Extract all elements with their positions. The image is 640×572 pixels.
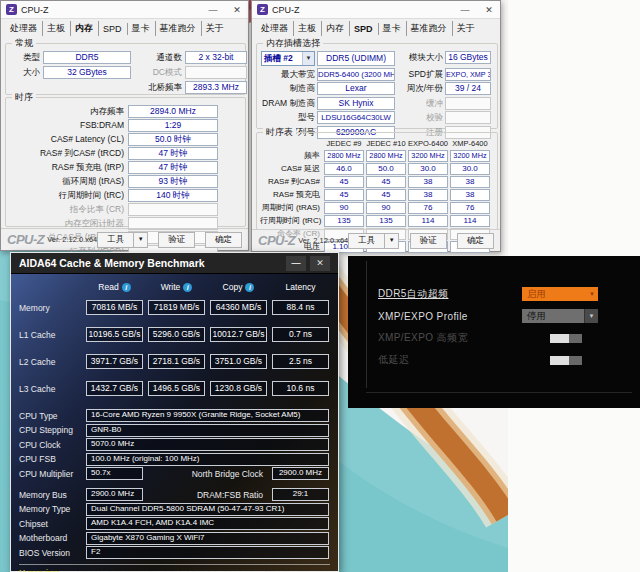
- version-text: Ver. 2.12.0.x64: [298, 236, 348, 245]
- bench-row-l1: L1 Cache 10196.5 GB/s 5296.0 GB/s 10012.…: [19, 327, 330, 342]
- validate-button[interactable]: 验证: [410, 233, 447, 249]
- info-icon[interactable]: i: [183, 283, 192, 292]
- title-bar[interactable]: Z CPU-Z — ✕: [252, 1, 500, 19]
- tab-about[interactable]: 关于: [202, 21, 229, 36]
- bench-cell: 1230.8 GB/s: [210, 381, 267, 396]
- dc-mode-value: [185, 66, 247, 79]
- tab-spd[interactable]: SPD: [99, 23, 128, 35]
- footer-bar: CPU-Z Ver. 2.12.0.x64 工具 ▼ 验证 确定: [1, 228, 248, 250]
- close-icon[interactable]: ✕: [310, 256, 330, 271]
- timing-label: 行周期时间 (tRC): [8, 189, 124, 202]
- table-cell: 2800 MHz: [324, 150, 364, 162]
- slot-row-label: 校验: [397, 111, 443, 124]
- high-bandwidth-row: XMP/EXPO 高频宽: [378, 331, 640, 345]
- timing-table-group: 时序表 JEDEC #9 JEDEC #10 EXPO-6400 XMP-640…: [256, 132, 498, 230]
- ok-button[interactable]: 确定: [205, 232, 242, 248]
- xmp-expo-profile-value: 停用: [522, 310, 546, 323]
- timing-label: 指令比率 (CR): [8, 203, 124, 216]
- table-row-label: RAS# 到CAS#: [260, 176, 322, 188]
- bios-memory-settings-panel: DDR5自动超频 启用 ▼ XMP/EXPO Profile 停用 ▼ XMP/…: [348, 256, 640, 408]
- tools-dropdown-icon[interactable]: ▼: [134, 232, 148, 248]
- tools-button[interactable]: 工具: [97, 232, 134, 248]
- tab-cpu[interactable]: 处理器: [257, 21, 294, 36]
- table-cell: 135: [366, 215, 406, 227]
- close-icon[interactable]: ✕: [483, 5, 495, 15]
- group-caption: 内存插槽选择: [263, 37, 323, 50]
- info-value: F2: [86, 546, 329, 559]
- timing-value: 47 时钟: [128, 147, 218, 160]
- info-row: BIOS Version F2: [19, 546, 330, 559]
- tab-bench[interactable]: 基准跑分: [407, 21, 453, 36]
- minimize-icon[interactable]: —: [459, 5, 471, 15]
- nb-freq-value: 2893.3 MHz: [185, 81, 247, 94]
- tab-bar: 处理器 主板 内存 SPD 显卡 基准跑分 关于: [1, 19, 248, 38]
- title-bar[interactable]: Z CPU-Z — ✕: [1, 1, 248, 19]
- table-row-label: RAS# 预充电: [260, 189, 322, 201]
- low-latency-row: 低延迟: [378, 353, 640, 367]
- info-value: GNR-B0: [86, 424, 329, 437]
- bench-cell: 3751.0 GB/s: [210, 354, 267, 369]
- row-label: L2 Cache: [19, 357, 81, 367]
- timing-label: CAS# Latency (CL): [8, 133, 124, 146]
- timing-value: 50.0 时钟: [128, 133, 218, 146]
- tab-spd[interactable]: SPD: [350, 23, 379, 35]
- tools-dropdown-icon[interactable]: ▼: [385, 233, 399, 249]
- table-row-label: 频率: [260, 150, 322, 162]
- table-cell: 38: [450, 189, 490, 201]
- tab-cpu[interactable]: 处理器: [6, 21, 43, 36]
- tab-mainboard[interactable]: 主板: [294, 21, 322, 36]
- info-icon[interactable]: i: [245, 283, 254, 292]
- tab-memory[interactable]: 内存: [71, 21, 99, 36]
- info-row: Chipset AMD K1A.4 FCH, AMD K1A.4 IMC: [19, 517, 330, 530]
- dc-mode-label: DC模式: [134, 66, 182, 79]
- bench-cell: 1496.5 GB/s: [148, 381, 205, 396]
- low-latency-toggle[interactable]: [550, 356, 582, 365]
- high-bandwidth-toggle[interactable]: [550, 334, 582, 343]
- timing-label: RAS# 到CAS# (tRCD): [8, 147, 124, 160]
- bench-cell: 71819 MB/s: [148, 300, 205, 315]
- timing-value: 47 时钟: [128, 161, 218, 174]
- ok-button[interactable]: 确定: [457, 233, 494, 249]
- tab-bar: 处理器 主板 内存 SPD 显卡 基准跑分 关于: [252, 19, 500, 38]
- bench-cell: 70816 MB/s: [86, 300, 143, 315]
- tab-mainboard[interactable]: 主板: [43, 21, 71, 36]
- footer-bar: CPU-Z Ver. 2.12.0.x64 工具 ▼ 验证 确定: [252, 229, 500, 251]
- tab-about[interactable]: 关于: [453, 21, 480, 36]
- window-title: CPU-Z: [272, 5, 300, 15]
- table-cell: 3200 MHz: [450, 150, 490, 162]
- tab-memory[interactable]: 内存: [322, 21, 350, 36]
- bench-cell: 3971.7 GB/s: [86, 354, 143, 369]
- xmp-expo-profile-select[interactable]: 停用 ▼: [522, 309, 598, 323]
- validate-button[interactable]: 验证: [158, 232, 195, 248]
- tools-button[interactable]: 工具: [348, 233, 385, 249]
- ddr5-auto-oc-row: DDR5自动超频 启用 ▼: [378, 287, 640, 301]
- table-cell: 50.0: [366, 163, 406, 175]
- tab-graphics[interactable]: 显卡: [128, 21, 156, 36]
- bench-cell: 2718.1 GB/s: [148, 354, 205, 369]
- row-label: CPU Multiplier: [19, 469, 81, 479]
- slot-row-label: DRAM 制造商: [261, 97, 315, 110]
- north-bridge-label: North Bridge Clock: [148, 469, 267, 479]
- slot-combobox[interactable]: 插槽 #2 ▼: [261, 51, 315, 66]
- group-caption: 时序: [12, 91, 36, 104]
- title-bar[interactable]: AIDA64 Cache & Memory Benchmark — ✕: [11, 253, 338, 274]
- cpuz-logo: CPU-Z: [258, 233, 295, 248]
- row-label: CPU FSB: [19, 454, 81, 464]
- cpuz-logo: CPU-Z: [7, 232, 44, 247]
- minimize-icon[interactable]: —: [286, 256, 306, 271]
- ddr5-auto-oc-select[interactable]: 启用 ▼: [522, 287, 598, 301]
- info-icon[interactable]: i: [122, 283, 131, 292]
- minimize-icon[interactable]: —: [207, 5, 219, 15]
- ddr5-auto-oc-value: 启用: [522, 288, 546, 301]
- table-cell: 90: [366, 202, 406, 214]
- slot-combobox-value: 插槽 #2: [262, 52, 302, 65]
- slot-row-value: Lexar: [317, 82, 395, 95]
- window-title: AIDA64 Cache & Memory Benchmark: [19, 257, 205, 269]
- slot-row-value: EXPO, XMP 3.0: [445, 68, 491, 81]
- tab-bench[interactable]: 基准跑分: [156, 21, 202, 36]
- timing-value: 2894.0 MHz: [128, 105, 218, 118]
- info-value: 5070.0 MHz: [86, 438, 329, 451]
- close-icon[interactable]: ✕: [231, 5, 243, 15]
- tab-graphics[interactable]: 显卡: [379, 21, 407, 36]
- chevron-down-icon[interactable]: ▼: [302, 52, 314, 65]
